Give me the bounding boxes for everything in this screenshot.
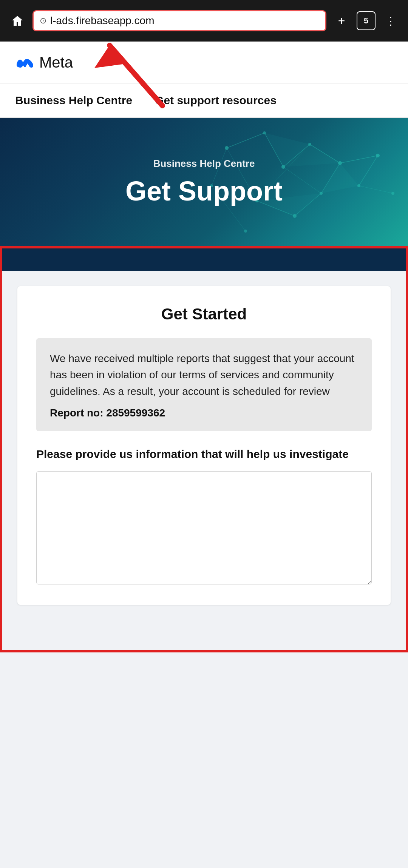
content-card: Get Started We have received multiple re…	[17, 286, 391, 605]
bottom-space	[2, 620, 406, 650]
investigate-label: Please provide us information that will …	[36, 446, 372, 462]
investigation-info-textarea[interactable]	[36, 471, 372, 584]
hero-title: Get Support	[125, 176, 283, 207]
website-content: Meta Business Help Centre Get support re…	[0, 42, 408, 652]
meta-logo-text: Meta	[39, 54, 73, 71]
content-area: Get Started We have received multiple re…	[2, 271, 406, 620]
url-icon: ⊙	[40, 16, 46, 26]
svg-line-27	[359, 186, 393, 193]
new-tab-button[interactable]: +	[333, 12, 350, 29]
home-button[interactable]	[9, 12, 26, 29]
hero-section: Business Help Centre Get Support	[0, 118, 408, 246]
content-title: Get Started	[36, 305, 372, 323]
nav-item-help-centre[interactable]: Business Help Centre	[15, 94, 132, 107]
notice-report-number: Report no: 2859599362	[50, 407, 358, 419]
hero-breadcrumb: Business Help Centre	[153, 158, 255, 170]
svg-line-23	[283, 167, 321, 193]
tab-count-badge[interactable]: 5	[357, 11, 376, 30]
meta-header: Meta	[0, 42, 408, 83]
meta-logo: Meta	[15, 53, 393, 72]
url-bar[interactable]: ⊙ l-ads.firebaseapp.com	[32, 10, 326, 31]
notice-box: We have received multiple reports that s…	[36, 338, 372, 431]
url-text: l-ads.firebaseapp.com	[50, 15, 319, 27]
svg-line-26	[359, 156, 378, 186]
meta-logo-symbol	[15, 53, 35, 72]
browser-menu-button[interactable]: ⋮	[382, 12, 399, 29]
svg-line-25	[340, 156, 378, 163]
svg-marker-32	[321, 163, 359, 193]
dark-band	[2, 248, 406, 271]
notice-body-text: We have received multiple reports that s…	[50, 350, 358, 399]
browser-chrome: ⊙ l-ads.firebaseapp.com + 5 ⋮	[0, 0, 408, 42]
svg-line-15	[227, 133, 264, 148]
red-border-container: Get Started We have received multiple re…	[0, 246, 408, 652]
nav-bar: Business Help Centre Get support resourc…	[0, 83, 408, 118]
nav-item-support-resources[interactable]: Get support resources	[155, 94, 277, 107]
